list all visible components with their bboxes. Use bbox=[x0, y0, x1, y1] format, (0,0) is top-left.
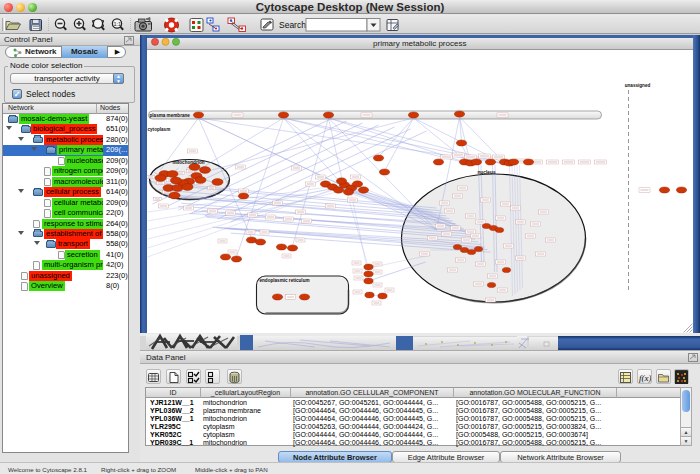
svg-text:1:1: 1:1 bbox=[114, 21, 122, 27]
svg-text:cytoplasm: cytoplasm bbox=[147, 127, 170, 132]
svg-text:unassigned: unassigned bbox=[624, 83, 650, 88]
svg-text:endoplasmic reticulum: endoplasmic reticulum bbox=[259, 278, 309, 283]
svg-text:plasma membrane: plasma membrane bbox=[149, 113, 190, 118]
svg-text:nucleus: nucleus bbox=[477, 170, 495, 175]
svg-text:mitochondrion: mitochondrion bbox=[172, 160, 204, 165]
svg-text:f(x): f(x) bbox=[639, 373, 651, 383]
svg-text:Search:: Search: bbox=[279, 20, 308, 30]
